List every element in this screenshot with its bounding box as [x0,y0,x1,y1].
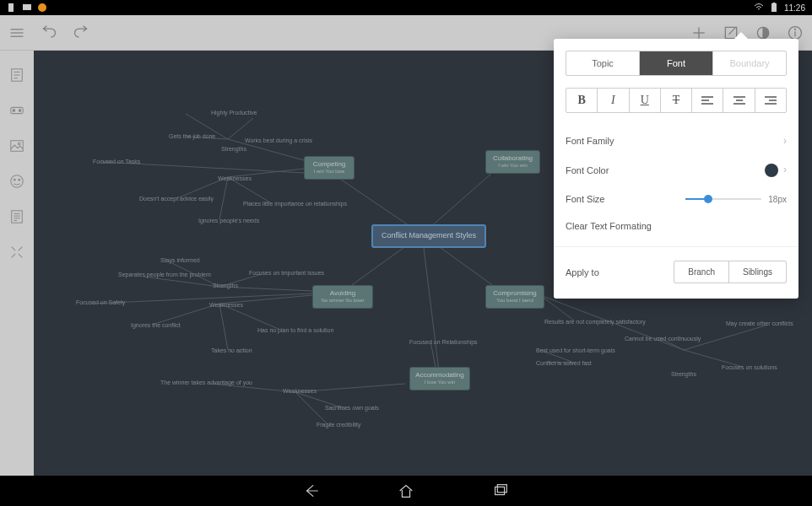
wifi-icon [754,3,764,13]
node-title: Competing [310,160,349,169]
status-bar: 11:26 [0,0,812,15]
svg-line-35 [19,254,23,258]
underline-button[interactable]: U [629,89,660,112]
app-icon-2 [22,3,32,13]
node-subtitle: You bend I bend [491,298,539,304]
side-toolbar [0,51,34,476]
label: Strengths [213,283,238,288]
node-title: Compromising [491,289,539,298]
notes-icon[interactable] [9,67,24,83]
node-compromising[interactable]: Compromising You bend I bend [485,285,544,309]
focus-icon[interactable] [9,245,24,260]
svg-line-32 [12,247,16,251]
label: Strengths [671,371,696,377]
node-competing[interactable]: Competing I win You lose [304,156,355,180]
font-size-slider[interactable] [685,198,761,200]
node-subtitle: I lose You win [415,380,464,386]
attachment-icon[interactable] [9,209,24,224]
label: Weaknesses [283,388,317,394]
node-avoiding[interactable]: Avoiding No winner No loser [312,285,373,309]
redo-icon[interactable] [73,24,89,41]
svg-rect-4 [772,3,775,3]
label: Focuses on solutions [722,364,777,370]
popover-tabs: Topic Font Boundary [566,51,787,76]
svg-point-20 [13,110,15,112]
central-node[interactable]: Conflict Management Styles [371,224,486,248]
font-size-row[interactable]: Font Size 18px [566,186,787,213]
recent-apps-icon[interactable] [491,482,510,500]
svg-line-58 [219,304,228,350]
tab-boundary: Boundary [712,51,786,75]
align-left-button[interactable] [691,89,723,112]
font-color-row[interactable]: Font Color › [566,155,787,186]
app-icon-1 [7,3,17,13]
svg-point-14 [795,29,796,30]
clock: 11:26 [784,3,805,13]
svg-rect-27 [12,211,23,223]
relationship-icon[interactable] [9,103,24,118]
back-icon[interactable] [302,482,321,500]
svg-rect-80 [495,487,505,494]
undo-icon[interactable] [41,24,57,41]
label: The winner takes advantage of you [160,380,252,385]
svg-line-49 [219,177,228,219]
chevron-right-icon: › [783,135,787,147]
label: Focuses on important issues [249,270,324,276]
svg-line-64 [540,295,574,320]
battery-icon [769,3,779,13]
align-center-button[interactable] [723,89,754,112]
node-collaborating[interactable]: Collaborating I win You win [485,150,540,174]
font-family-label: Font Family [566,136,614,146]
label: Fragile credibility [317,422,361,428]
apply-to-label: Apply to [566,267,663,277]
font-family-row[interactable]: Font Family › [566,126,787,155]
svg-rect-22 [11,141,23,152]
svg-rect-1 [23,4,31,10]
node-title: Collaborating [491,154,534,163]
svg-point-26 [19,179,20,180]
bold-button[interactable]: B [566,89,597,112]
label: Highly Productive [211,110,257,116]
label: May create other conflicts [726,320,793,326]
divider [554,246,798,247]
svg-line-44 [228,118,253,139]
node-subtitle: I win You win [491,163,534,170]
node-accommodating[interactable]: Accommodating I lose You win [409,367,470,390]
strikethrough-button[interactable]: T [660,89,691,112]
label: Gets the job done [169,133,215,139]
clear-formatting-row[interactable]: Clear Text Formating [566,213,787,240]
markers-icon[interactable] [9,174,24,189]
android-nav-bar [0,476,812,506]
image-icon[interactable] [9,138,24,153]
label: Places little importance on relationship… [243,201,347,207]
label: Doesn't accept advice easily [139,196,214,202]
align-right-button[interactable] [755,89,786,112]
svg-point-25 [14,179,15,180]
node-title: Accommodating [415,371,464,380]
node-subtitle: No winner No loser [318,298,367,304]
italic-button[interactable]: I [597,89,628,112]
font-size-value: 18px [768,195,787,204]
svg-rect-3 [771,3,777,12]
menu-icon[interactable] [8,24,25,41]
home-icon[interactable] [397,482,415,500]
tab-topic[interactable]: Topic [566,51,639,75]
label: Takes no action [211,347,252,353]
label: Strengths [221,146,246,152]
tab-font[interactable]: Font [639,51,712,75]
label: Best used for short-term goals [536,347,615,353]
svg-line-54 [143,277,219,287]
label: Focused on Safety [76,299,125,305]
svg-rect-0 [8,3,14,12]
text-style-row: B I U T [566,88,787,113]
svg-line-34 [12,254,16,258]
svg-point-2 [38,3,46,12]
label: Weaknesses [218,175,252,181]
apply-siblings-button[interactable]: Siblings [728,261,786,283]
apply-to-row: Apply to Branch Siblings [566,254,787,283]
label: Results are not completely satisfactory [544,319,646,325]
label: Weaknesses [209,302,243,308]
apply-branch-button[interactable]: Branch [674,261,728,283]
label: Conflict is solved fast [536,360,592,366]
svg-point-24 [11,175,23,187]
